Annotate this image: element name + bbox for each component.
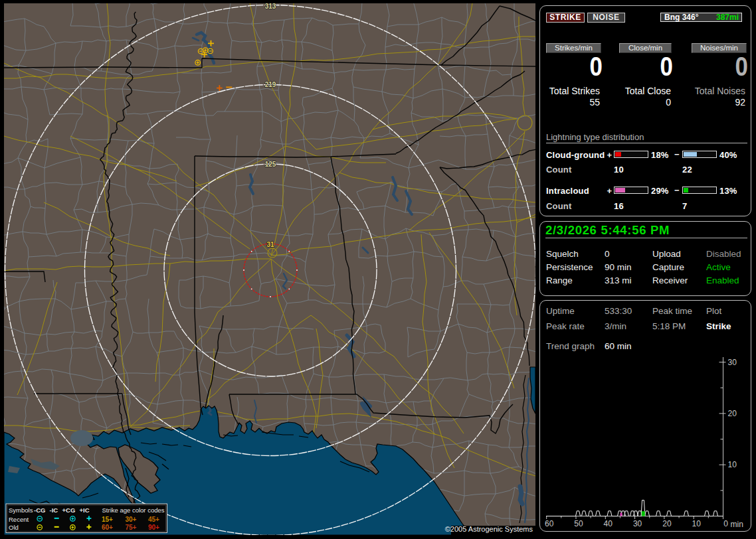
- svg-text:min: min: [731, 520, 743, 529]
- svg-text:Recent: Recent: [9, 516, 29, 523]
- svg-text:31: 31: [266, 241, 274, 248]
- svg-text:10: 10: [692, 519, 702, 528]
- svg-text:20: 20: [728, 409, 737, 418]
- svg-text:-CG: -CG: [34, 506, 45, 514]
- svg-text:125: 125: [265, 161, 276, 168]
- svg-text:Symbols: Symbols: [9, 506, 33, 514]
- svg-text:20: 20: [662, 519, 672, 528]
- svg-text:60+: 60+: [102, 524, 113, 531]
- svg-text:15+: 15+: [102, 516, 113, 523]
- svg-text:Strike age color codes: Strike age color codes: [102, 506, 165, 514]
- svg-text:30: 30: [633, 519, 642, 528]
- svg-text:30+: 30+: [126, 516, 137, 523]
- svg-text:90+: 90+: [148, 524, 159, 531]
- svg-text:10: 10: [728, 460, 737, 469]
- svg-text:219: 219: [265, 81, 276, 88]
- svg-text:-IC: -IC: [50, 506, 58, 514]
- svg-text:50: 50: [574, 519, 583, 528]
- svg-text:75+: 75+: [126, 524, 137, 531]
- svg-text:60: 60: [545, 519, 554, 528]
- svg-text:30: 30: [728, 358, 737, 367]
- svg-text:313: 313: [265, 3, 276, 10]
- svg-text:40: 40: [604, 519, 613, 528]
- svg-text:+IC: +IC: [80, 506, 90, 514]
- svg-text:Old: Old: [9, 524, 19, 531]
- svg-text:©2005 Astrogenic Systems: ©2005 Astrogenic Systems: [445, 525, 533, 533]
- svg-text:45+: 45+: [148, 516, 159, 523]
- svg-text:0: 0: [723, 519, 728, 528]
- svg-text:+CG: +CG: [62, 506, 76, 514]
